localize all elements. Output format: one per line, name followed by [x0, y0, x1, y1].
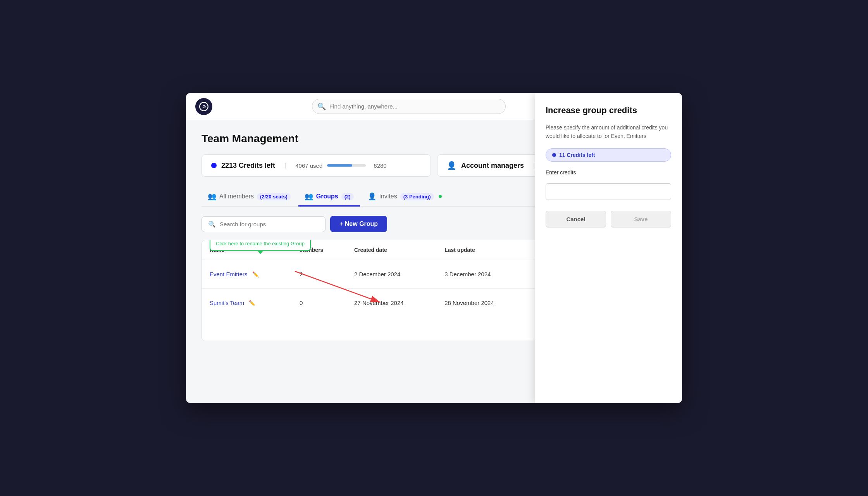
row2-name-cell: Sumit's Team ✏️ [202, 289, 292, 317]
all-members-icon: 👥 [208, 192, 216, 201]
new-group-button[interactable]: + New Group [330, 216, 387, 232]
cancel-button[interactable]: Cancel [546, 211, 606, 227]
search-groups-container[interactable]: 🔍 [202, 216, 326, 232]
rename-tooltip: Click here to rename the existing Group [210, 240, 311, 251]
row1-name-cell: Event Emitters ✏️ Click here to rename t… [202, 260, 292, 289]
managers-label: Account managers [461, 162, 524, 170]
groups-icon: 👥 [305, 192, 313, 201]
panel-description: Please specify the amount of additional … [546, 123, 671, 141]
tab-all-members-label: All members [219, 193, 254, 200]
row2-edit-icon[interactable]: ✏️ [249, 300, 255, 306]
global-search-bar: 🔍 [312, 99, 506, 114]
col-created-date: Created date [346, 240, 437, 260]
credits-used-label: 4067 used [295, 162, 322, 169]
enter-credits-input[interactable] [546, 183, 671, 200]
svg-text:⊙: ⊙ [202, 104, 206, 109]
invites-icon: 👤 [368, 192, 376, 201]
search-icon: 🔍 [317, 102, 326, 111]
panel-buttons: Cancel Save [546, 211, 671, 227]
groups-badge: (2) [341, 193, 354, 200]
tab-all-members[interactable]: 👥 All members (2/20 seats) [202, 188, 297, 207]
badge-dot [552, 153, 556, 157]
global-search-input[interactable] [312, 99, 506, 114]
credits-left-value: 11 Credits left [559, 152, 595, 158]
side-panel: Increase group credits Please specify th… [535, 93, 682, 403]
credits-progress-bar [327, 164, 366, 167]
new-group-label: + New Group [339, 220, 378, 227]
row2-members: 0 [292, 289, 346, 317]
logo-icon: ⊙ [199, 102, 209, 112]
col-last-update: Last update [437, 240, 527, 260]
tab-invites-label: Invites [379, 193, 397, 200]
tooltip-arrow [257, 250, 264, 254]
tab-groups[interactable]: 👥 Groups (2) [298, 188, 360, 207]
search-groups-input[interactable] [220, 221, 319, 227]
credits-stat-card: 2213 Credits left | 4067 used 6280 [202, 154, 431, 177]
person-icon: 👤 [447, 161, 456, 170]
logo-button[interactable]: ⊙ [195, 98, 212, 115]
credits-dot [211, 163, 217, 168]
panel-title: Increase group credits [546, 105, 671, 115]
invites-badge: (3 Pending) [400, 193, 434, 200]
row2-created-date: 27 November 2024 [346, 289, 437, 317]
row1-last-update: 3 December 2024 [437, 260, 527, 289]
credits-left-label: 2213 Credits left [221, 162, 275, 170]
invites-dot [439, 195, 442, 198]
credits-max-label: 6280 [374, 162, 386, 169]
tab-groups-label: Groups [316, 193, 338, 200]
search-groups-icon: 🔍 [208, 220, 216, 228]
row1-edit-icon[interactable]: ✏️ [252, 271, 259, 277]
row1-members: 2 [292, 260, 346, 289]
row1-created-date: 2 December 2024 [346, 260, 437, 289]
credits-progress-fill [327, 164, 352, 167]
row1-group-name[interactable]: Event Emitters [210, 271, 248, 277]
row2-last-update: 28 November 2024 [437, 289, 527, 317]
enter-credits-label: Enter credits [546, 169, 671, 176]
tab-invites[interactable]: 👤 Invites (3 Pending) [362, 188, 448, 207]
all-members-badge: (2/20 seats) [257, 193, 291, 200]
row2-group-name[interactable]: Sumit's Team [210, 300, 244, 306]
save-button[interactable]: Save [611, 211, 671, 227]
credits-left-badge: 11 Credits left [546, 148, 671, 162]
